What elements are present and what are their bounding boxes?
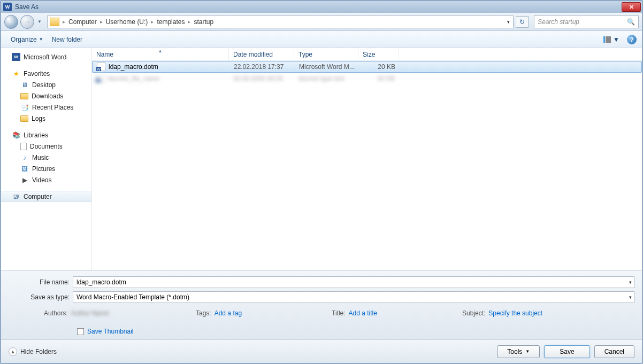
word-app-icon: W	[3, 3, 12, 11]
filename-input[interactable]: ldap_macro.dotm ▾	[73, 276, 634, 288]
word-icon: W	[12, 53, 20, 61]
hide-folders-button[interactable]: ▲ Hide Folders	[9, 347, 57, 356]
music-icon: ♪	[20, 153, 29, 161]
chevron-right-icon[interactable]: ▸	[150, 19, 155, 25]
breadcrumb-startup[interactable]: startup	[192, 18, 216, 26]
desktop-icon: 🖥	[20, 81, 29, 89]
subject-value[interactable]: Specify the subject	[488, 309, 542, 317]
file-rows: ldap_macro.dotm 22.02.2018 17:37 Microso…	[92, 61, 642, 270]
footer: ▲ Hide Folders Tools ▼ Save Cancel	[1, 339, 642, 363]
view-icon	[603, 36, 611, 43]
navigation-sidebar: W Microsoft Word ★ Favorites 🖥 Desktop D…	[1, 48, 92, 270]
computer-icon: 🖳	[12, 192, 20, 200]
file-type: Microsoft Word M...	[295, 63, 359, 71]
sidebar-item-downloads[interactable]: Downloads	[1, 90, 91, 102]
tags-value[interactable]: Add a tag	[215, 309, 242, 317]
save-button[interactable]: Save	[544, 345, 590, 358]
file-list: Name ▲ Date modified Type Size ldap_macr…	[92, 48, 642, 270]
folder-icon	[20, 93, 28, 99]
authors-label: Authors:	[44, 309, 68, 317]
titlebar: W Save As ✕	[1, 1, 642, 13]
saveastype-label: Save as type:	[9, 293, 70, 301]
saveastype-select[interactable]: Word Macro-Enabled Template (*.dotm) ▾	[73, 291, 634, 303]
sidebar-item-libraries[interactable]: 📚 Libraries	[1, 129, 91, 141]
breadcrumb-templates[interactable]: templates	[155, 18, 187, 26]
forward-button[interactable]: →	[20, 15, 34, 29]
file-row[interactable]: ldap_macro.dotm 22.02.2018 17:37 Microso…	[92, 61, 642, 73]
sidebar-item-favorites[interactable]: ★ Favorites	[1, 68, 91, 79]
close-button[interactable]: ✕	[622, 2, 641, 12]
column-date[interactable]: Date modified	[229, 48, 294, 60]
search-icon: 🔍	[627, 18, 635, 26]
tools-button[interactable]: Tools ▼	[497, 345, 540, 358]
navigation-bar: ← → ▼ ▸ Computer ▸ Userhome (U:) ▸ templ…	[1, 13, 642, 31]
document-icon	[20, 143, 27, 150]
breadcrumb-dropdown[interactable]: ▾	[503, 19, 513, 25]
file-size: 00 KB	[358, 75, 399, 82]
search-input[interactable]: Search startup 🔍	[534, 16, 639, 28]
collapse-icon: ▲	[9, 347, 17, 356]
cancel-button[interactable]: Cancel	[594, 345, 634, 358]
sidebar-item-desktop[interactable]: 🖥 Desktop	[1, 79, 91, 90]
star-icon: ★	[12, 69, 20, 78]
folder-icon	[50, 18, 59, 26]
chevron-right-icon[interactable]: ▸	[187, 19, 192, 25]
filename-label: File name:	[9, 278, 70, 286]
save-thumbnail-label[interactable]: Save Thumbnail	[87, 328, 134, 335]
title-label: Title:	[332, 309, 346, 317]
tags-label: Tags:	[196, 309, 211, 317]
word-template-icon	[97, 63, 105, 71]
breadcrumb-computer[interactable]: Computer	[66, 18, 99, 26]
breadcrumb-userhome[interactable]: Userhome (U:)	[104, 18, 150, 26]
save-as-dialog: W Save As ✕ ← → ▼ ▸ Computer ▸ Userhome …	[1, 1, 642, 363]
toolbar: Organize ▼ New folder ▼ ?	[1, 31, 642, 48]
sort-ascending-icon: ▲	[158, 49, 163, 53]
libraries-icon: 📚	[12, 131, 20, 139]
file-date: 22.02.2018 17:37	[229, 63, 295, 71]
file-name: blurred_file_name	[108, 75, 159, 82]
history-dropdown[interactable]: ▼	[36, 15, 43, 29]
sidebar-item-logs[interactable]: Logs	[1, 113, 91, 124]
file-date: 00.00.0000 00:00	[229, 75, 294, 82]
folder-icon	[20, 115, 28, 122]
column-size[interactable]: Size	[358, 48, 399, 60]
search-placeholder: Search startup	[538, 18, 627, 26]
help-button[interactable]: ?	[627, 35, 637, 44]
dropdown-arrow-icon: ▼	[613, 36, 619, 43]
subject-label: Subject:	[462, 309, 485, 317]
sidebar-item-documents[interactable]: Documents	[1, 141, 91, 152]
save-thumbnail-checkbox[interactable]	[77, 328, 84, 335]
recent-icon: 📑	[20, 103, 29, 111]
authors-value[interactable]: Author Name	[71, 309, 109, 317]
dropdown-arrow-icon[interactable]: ▾	[629, 295, 632, 300]
organize-button[interactable]: Organize ▼	[6, 34, 48, 45]
dropdown-arrow-icon: ▼	[525, 349, 530, 354]
column-headers: Name ▲ Date modified Type Size	[92, 48, 642, 61]
view-options-button[interactable]: ▼	[600, 34, 623, 45]
title-value[interactable]: Add a title	[349, 309, 377, 317]
sidebar-item-music[interactable]: ♪ Music	[1, 152, 91, 163]
sidebar-item-pictures[interactable]: 🖼 Pictures	[1, 163, 91, 174]
back-button[interactable]: ←	[4, 15, 18, 29]
file-row[interactable]: blurred_file_name 00.00.0000 00:00 blurr…	[92, 73, 642, 84]
videos-icon: ▶	[20, 176, 29, 184]
dropdown-arrow-icon: ▼	[39, 37, 43, 42]
chevron-right-icon[interactable]: ▸	[62, 19, 66, 25]
chevron-right-icon[interactable]: ▸	[99, 19, 104, 25]
sidebar-item-recent[interactable]: 📑 Recent Places	[1, 102, 91, 113]
column-name[interactable]: Name ▲	[92, 48, 229, 60]
column-type[interactable]: Type	[294, 48, 358, 60]
sidebar-item-word[interactable]: W Microsoft Word	[1, 51, 91, 63]
bottom-panel: File name: ldap_macro.dotm ▾ Save as typ…	[1, 270, 642, 339]
pictures-icon: 🖼	[20, 165, 29, 173]
file-size: 20 KB	[359, 63, 400, 71]
sidebar-item-videos[interactable]: ▶ Videos	[1, 174, 91, 185]
main-area: W Microsoft Word ★ Favorites 🖥 Desktop D…	[1, 48, 642, 270]
sidebar-item-computer[interactable]: 🖳 Computer	[1, 191, 91, 202]
refresh-button[interactable]: ↻	[516, 16, 529, 28]
dropdown-arrow-icon[interactable]: ▾	[629, 280, 632, 285]
new-folder-button[interactable]: New folder	[48, 34, 87, 45]
file-name: ldap_macro.dotm	[109, 63, 158, 71]
breadcrumb-bar[interactable]: ▸ Computer ▸ Userhome (U:) ▸ templates ▸…	[47, 16, 514, 28]
word-template-icon	[96, 74, 105, 83]
